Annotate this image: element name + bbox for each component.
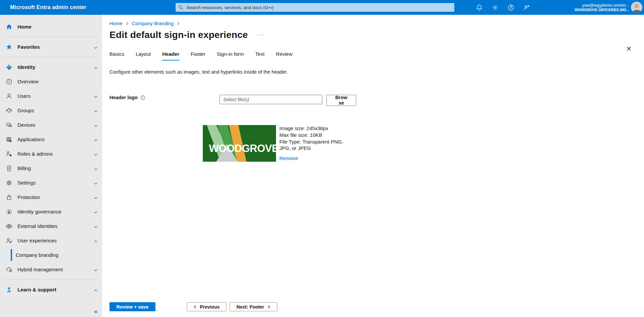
- tab-text[interactable]: Text: [255, 51, 265, 61]
- remove-link[interactable]: Remove: [279, 155, 298, 162]
- logo-image-size: Image size: 245x36px: [279, 125, 343, 132]
- file-select-input[interactable]: [220, 95, 322, 104]
- logo-requirements: Image size: 245x36px Max file size: 10KB…: [279, 125, 343, 162]
- breadcrumb-home-link[interactable]: Home: [109, 21, 123, 26]
- sidebar-collapse-button[interactable]: «: [94, 308, 97, 315]
- sidebar-item-home[interactable]: Home: [0, 19, 102, 34]
- sidebar-divider: [3, 279, 99, 280]
- chevron-down-icon: [94, 224, 98, 230]
- footer-actions: Review + save Previous Next: Footer: [109, 302, 277, 311]
- tab-footer[interactable]: Footer: [191, 51, 205, 61]
- sidebar-item-external-identities[interactable]: External Identities: [0, 219, 102, 233]
- review-save-button[interactable]: Review + save: [109, 302, 155, 311]
- home-icon: [6, 24, 12, 30]
- svg-text:?: ?: [510, 5, 512, 9]
- sidebar-item-protection[interactable]: Protection: [0, 190, 102, 204]
- chevron-down-icon: [94, 94, 98, 100]
- star-icon: [6, 44, 12, 50]
- breadcrumb: Home Company Branding: [109, 21, 644, 26]
- sidebar-item-applications[interactable]: Applications: [0, 132, 102, 147]
- chevron-down-icon: [94, 137, 98, 144]
- settings-gear-icon[interactable]: [490, 2, 500, 12]
- logo-max-file-size: Max file size: 10KB: [279, 132, 343, 138]
- chevron-down-icon: [94, 166, 98, 172]
- info-icon[interactable]: [140, 95, 145, 100]
- user-org: WOODGROVE GROCERIES (WG...: [574, 8, 629, 12]
- chevron-up-icon: [94, 239, 98, 245]
- main-content: Home Company Branding Edit default sign-…: [102, 15, 644, 317]
- sidebar-item-identity[interactable]: Identity: [0, 60, 102, 74]
- sidebar-item-users[interactable]: Users: [0, 89, 102, 103]
- header-logo-preview: WOODGROVE: [203, 125, 276, 162]
- close-icon[interactable]: ✕: [625, 44, 633, 53]
- breadcrumb-chevron-icon: [126, 22, 129, 26]
- chevron-up-icon: [94, 288, 98, 294]
- sidebar-item-roles-admins[interactable]: Roles & admins: [0, 147, 102, 161]
- sidebar-divider: [3, 37, 99, 37]
- app-title[interactable]: Microsoft Entra admin center: [10, 4, 86, 10]
- lock-icon: [6, 194, 12, 201]
- identity-diamond-icon: [6, 64, 12, 71]
- page-title: Edit default sign-in experience: [109, 30, 248, 40]
- chevron-left-icon: [193, 305, 197, 309]
- sidebar-item-groups[interactable]: Groups: [0, 103, 102, 118]
- info-icon: [6, 78, 12, 85]
- search-input[interactable]: [186, 5, 452, 10]
- logo-file-type: File Type: Transparent PNG,: [279, 138, 343, 145]
- sidebar-item-devices[interactable]: Devices: [0, 118, 102, 132]
- tab-basics[interactable]: Basics: [109, 51, 124, 61]
- sidebar-item-identity-governance[interactable]: Identity governance: [0, 204, 102, 219]
- user-icon: [6, 93, 12, 100]
- learn-support-icon: [6, 286, 12, 293]
- user-email: yoel@wggdemo.onmicr...: [582, 3, 629, 8]
- sidebar-item-favorites[interactable]: Favorites: [0, 40, 102, 54]
- chevron-right-icon: [267, 305, 271, 309]
- more-options-button[interactable]: ···: [257, 32, 265, 38]
- sidebar-item-learn-support[interactable]: Learn & support: [0, 282, 102, 297]
- logo-preview-row: WOODGROVE Image size: 245x36px Max file …: [203, 125, 644, 162]
- header-logo-row: Header logo Browse: [109, 95, 644, 106]
- sidebar-item-user-experiences[interactable]: User experiences: [0, 233, 102, 248]
- feedback-icon[interactable]: [521, 2, 532, 12]
- identity-governance-icon: [6, 208, 12, 215]
- next-footer-button[interactable]: Next: Footer: [230, 302, 277, 311]
- chevron-down-icon: [94, 123, 98, 129]
- chevron-down-icon: [94, 45, 98, 51]
- sidebar-item-company-branding[interactable]: Company branding: [0, 248, 102, 262]
- tab-layout[interactable]: Layout: [136, 51, 151, 61]
- breadcrumb-company-branding-link[interactable]: Company Branding: [132, 21, 174, 26]
- header-logo-label: Header logo: [109, 95, 138, 100]
- topbar: Microsoft Entra admin center ? yoel@wggd…: [0, 0, 644, 15]
- chevron-down-icon: [94, 181, 98, 187]
- sidebar-item-settings[interactable]: Settings: [0, 175, 102, 190]
- sidebar: Home Favorites Identity Overview Users G…: [0, 15, 102, 317]
- tab-header[interactable]: Header: [162, 51, 179, 61]
- billing-icon: [6, 165, 12, 172]
- tab-description: Configure other elements such as images,…: [109, 69, 644, 75]
- sidebar-divider: [3, 57, 99, 57]
- chevron-up-icon: [94, 65, 98, 71]
- chevron-down-icon: [94, 195, 98, 201]
- chevron-down-icon: [94, 109, 98, 115]
- tab-review[interactable]: Review: [276, 51, 292, 61]
- previous-button[interactable]: Previous: [187, 302, 226, 311]
- devices-icon: [6, 122, 12, 128]
- tab-sign-in-form[interactable]: Sign-in form: [217, 51, 244, 61]
- sidebar-item-overview[interactable]: Overview: [0, 74, 102, 89]
- logo-file-type-2: JPG, or JPEG: [279, 145, 343, 152]
- chevron-down-icon: [94, 152, 98, 158]
- woodgrove-logo-text: WOODGROVE: [209, 143, 276, 154]
- sidebar-item-hybrid-management[interactable]: Hybrid management: [0, 262, 102, 277]
- global-search[interactable]: [176, 3, 454, 12]
- settings-gear-icon: [6, 180, 12, 186]
- chevron-down-icon: [94, 268, 98, 274]
- search-icon: [178, 5, 184, 10]
- sidebar-item-billing[interactable]: Billing: [0, 161, 102, 175]
- hybrid-management-icon: [6, 266, 12, 273]
- avatar[interactable]: [631, 2, 642, 13]
- account-menu[interactable]: yoel@wggdemo.onmicr... WOODGROVE GROCERI…: [574, 0, 629, 15]
- browse-button[interactable]: Browse: [326, 95, 356, 106]
- help-icon[interactable]: ?: [506, 2, 516, 12]
- notifications-bell-icon[interactable]: [474, 2, 484, 12]
- selected-indicator: [11, 249, 12, 261]
